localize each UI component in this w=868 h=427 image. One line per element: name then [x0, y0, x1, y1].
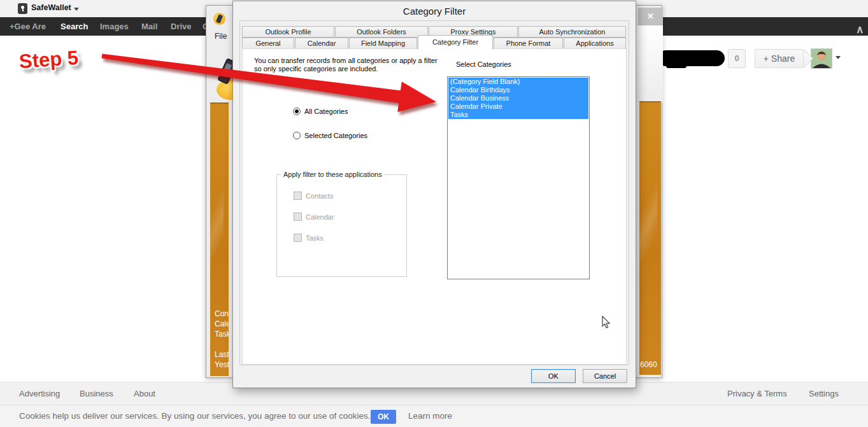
- list-item-tasks[interactable]: Tasks: [448, 111, 588, 119]
- list-item-category-blank[interactable]: (Category Field Blank): [448, 78, 588, 86]
- radio-button-icon[interactable]: [293, 132, 301, 139]
- checkbox-icon: [294, 192, 302, 200]
- apply-filter-groupbox: Apply filter to these applications Conta…: [276, 174, 407, 277]
- nav-item-drive[interactable]: Drive: [171, 22, 192, 31]
- step-annotation-label: Step 5: [18, 46, 79, 73]
- tab-applications[interactable]: Applications: [564, 38, 626, 49]
- file-menu[interactable]: File: [215, 32, 227, 41]
- avatar[interactable]: [811, 48, 832, 69]
- nav-item-gee-are[interactable]: +Gee Are: [10, 22, 46, 31]
- checkbox-calendar: Calendar: [294, 213, 334, 221]
- checkbox-tasks: Tasks: [294, 234, 324, 242]
- window-right-pane: [636, 25, 663, 102]
- cookie-consent-bar: Cookies help us deliver our services. By…: [0, 405, 868, 427]
- lock-icon: [18, 3, 27, 14]
- wallet-left-panel: Con Cale Task Last Yest: [210, 102, 229, 376]
- mouse-cursor: [602, 316, 611, 329]
- caret-down-icon: [74, 8, 79, 11]
- checkbox-contacts: Contacts: [294, 192, 333, 200]
- cookie-ok-button[interactable]: OK: [371, 410, 396, 424]
- checkbox-icon: [294, 213, 302, 221]
- cancel-button[interactable]: Cancel: [583, 369, 627, 383]
- tab-category-filter[interactable]: Category Filter: [418, 35, 493, 50]
- footer-link-about[interactable]: About: [134, 389, 155, 398]
- radio-selected-categories-label: Selected Categories: [304, 132, 367, 139]
- groupbox-title: Apply filter to these applications: [281, 171, 385, 178]
- panel-text: Task: [215, 330, 229, 339]
- panel-number: 6060: [640, 360, 657, 369]
- tab-phone-format[interactable]: Phone Format: [494, 38, 563, 49]
- checkbox-calendar-label: Calendar: [306, 213, 334, 221]
- window-close-button[interactable]: ✕: [638, 8, 663, 25]
- tab-field-mapping[interactable]: Field Mapping: [349, 38, 417, 49]
- footer-link-advertising[interactable]: Advertising: [19, 389, 60, 398]
- tab-outlook-folders[interactable]: Outlook Folders: [335, 26, 428, 38]
- app-menu-safewallet[interactable]: SafeWallet: [31, 3, 71, 12]
- redacted-mark: [666, 64, 687, 68]
- tab-auto-synchronization[interactable]: Auto Synchronization: [518, 26, 626, 38]
- step-arrow: [99, 50, 446, 120]
- tab-outlook-profile[interactable]: Outlook Profile: [242, 26, 334, 38]
- wallet-right-panel: 6060: [639, 101, 661, 375]
- nav-item-images[interactable]: Images: [100, 22, 129, 31]
- list-item-calendar-private[interactable]: Calendar Private: [448, 102, 588, 111]
- checkbox-icon: [294, 234, 302, 242]
- dialog-title: Category Filter: [233, 6, 636, 17]
- checkbox-contacts-label: Contacts: [306, 192, 333, 200]
- cookie-message: Cookies help us deliver our services. By…: [19, 411, 371, 421]
- share-button[interactable]: + Share: [755, 49, 804, 68]
- page-root: { "icons": { "caret_down": "▾", "close":…: [0, 0, 868, 427]
- list-item-calendar-birthdays[interactable]: Calendar Birthdays: [448, 86, 588, 94]
- select-categories-label: Select Categories: [456, 60, 511, 68]
- safewallet-sync-icon: [213, 13, 225, 25]
- panel-text: Yest: [215, 360, 229, 369]
- footer-link-business[interactable]: Business: [80, 389, 113, 398]
- nav-item-mail[interactable]: Mail: [141, 22, 157, 31]
- tab-general[interactable]: General: [242, 38, 294, 49]
- footer-link-settings[interactable]: Settings: [809, 389, 839, 398]
- cookie-learn-more-link[interactable]: Learn more: [408, 411, 452, 421]
- panel-text: Last: [215, 350, 229, 359]
- ok-button[interactable]: OK: [531, 369, 576, 383]
- nav-item-search[interactable]: Search: [60, 22, 88, 31]
- panel-text: Cale: [215, 319, 229, 328]
- categories-listbox[interactable]: (Category Field Blank) Calendar Birthday…: [447, 76, 590, 279]
- avatar-caret-down-icon[interactable]: [836, 56, 841, 59]
- radio-selected-categories[interactable]: Selected Categories: [293, 132, 367, 139]
- tab-calendar[interactable]: Calendar: [295, 38, 348, 49]
- panel-text: Con: [215, 309, 229, 318]
- list-item-calendar-business[interactable]: Calendar Business: [448, 94, 588, 102]
- checkbox-tasks-label: Tasks: [306, 234, 324, 242]
- footer-link-privacy-terms[interactable]: Privacy & Terms: [727, 389, 787, 398]
- chevron-up-icon[interactable]: ∧: [856, 23, 864, 36]
- notification-count-button[interactable]: 0: [728, 49, 746, 68]
